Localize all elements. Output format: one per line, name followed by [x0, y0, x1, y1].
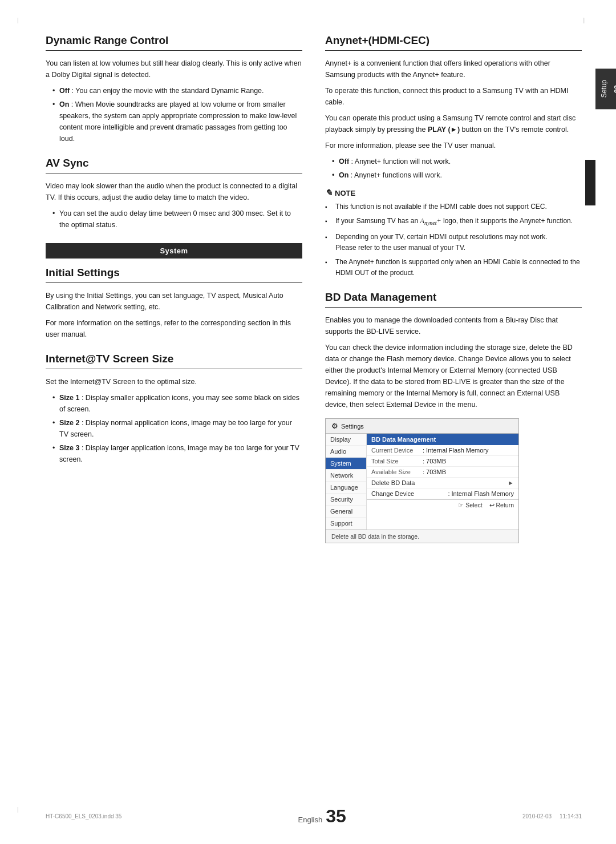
- row-value-current: : Internal Flash Memory: [423, 447, 489, 454]
- av-sync-intro: Video may look slower than the audio whe…: [46, 180, 302, 203]
- anynet-section: Anynet+(HDMI-CEC) Anynet+ is a convenien…: [325, 34, 582, 278]
- internet-screen-section: Internet@TV Screen Size Set the Internet…: [46, 353, 302, 465]
- footer-date-time: 2010-02-03 11:14:31: [522, 813, 582, 819]
- screenshot-header: ⚙ Settings: [326, 419, 518, 434]
- internet-screen-size2: Size 2 : Display normal application icon…: [52, 417, 302, 440]
- internet-screen-title: Internet@TV Screen Size: [46, 353, 302, 369]
- dynamic-range-title: Dynamic Range Control: [46, 34, 302, 51]
- bd-data-section: BD Data Management Enables you to manage…: [325, 291, 582, 543]
- change-value: : Internal Flash Memory: [448, 490, 514, 497]
- av-sync-bullet-1: You can set the audio delay time between…: [52, 208, 302, 231]
- row-label-available: Available Size: [371, 469, 423, 475]
- anynet-note-box: ✎ NOTE This function is not available if…: [325, 188, 582, 278]
- internet-screen-size3: Size 3 : Display larger application icon…: [52, 442, 302, 465]
- screenshot-header-label: Settings: [341, 423, 364, 430]
- sidebar-language: Language: [326, 482, 366, 494]
- row-value-available: : 703MB: [423, 469, 446, 475]
- screenshot-row-total: Total Size : 703MB: [367, 456, 518, 467]
- dynamic-range-section: Dynamic Range Control You can listen at …: [46, 34, 302, 144]
- initial-settings-section: Initial Settings By using the Initial Se…: [46, 266, 302, 340]
- system-banner: System: [46, 243, 302, 259]
- initial-settings-text1: By using the Initial Settings, you can s…: [46, 290, 302, 313]
- sidebar-support: Support: [326, 518, 366, 530]
- av-sync-title: AV Sync: [46, 157, 302, 173]
- footer-english-page: English 35: [298, 806, 346, 827]
- note-item-1: This function is not available if the HD…: [325, 201, 582, 212]
- bd-data-title: BD Data Management: [325, 291, 582, 308]
- change-label: Change Device: [371, 490, 414, 497]
- page-footer: HT-C6500_ELS_0203.indd 35 English 35 201…: [46, 806, 582, 827]
- row-value-total: : 703MB: [423, 458, 446, 465]
- anynet-text4: For more information, please see the TV …: [325, 140, 582, 151]
- note-label: NOTE: [335, 189, 355, 197]
- anynet-text3: You can operate this product using a Sam…: [325, 112, 582, 135]
- anynet-off: Off : Anynet+ function will not work.: [332, 156, 582, 167]
- footer-date: 2010-02-03: [522, 813, 552, 819]
- bd-data-text2: You can check the device information inc…: [325, 342, 582, 410]
- anynet-text1: Anynet+ is a convenient function that of…: [325, 58, 582, 80]
- screenshot-section-title: BD Data Management: [367, 434, 518, 445]
- screenshot-sidebar: Display Audio System Network Language Se…: [326, 434, 367, 530]
- left-column: Dynamic Range Control You can listen at …: [46, 34, 302, 810]
- gear-icon: ⚙: [331, 422, 338, 430]
- sidebar-audio: Audio: [326, 446, 366, 458]
- screenshot-body: Display Audio System Network Language Se…: [326, 434, 518, 530]
- row-label-current: Current Device: [371, 447, 423, 454]
- note-item-2: If your Samsung TV has an Anynet+ logo, …: [325, 216, 582, 228]
- note-item-4: The Anynet+ function is supported only w…: [325, 257, 582, 278]
- dynamic-range-bullets: Off : You can enjoy the movie with the s…: [46, 85, 302, 144]
- av-sync-section: AV Sync Video may look slower than the a…: [46, 157, 302, 231]
- initial-settings-title: Initial Settings: [46, 266, 302, 283]
- internet-screen-intro: Set the Internet@TV Screen to the optima…: [46, 376, 302, 387]
- anynet-title: Anynet+(HDMI-CEC): [325, 34, 582, 51]
- screenshot-delete-row: Delete BD Data ►: [367, 478, 518, 488]
- footer-language: English: [298, 815, 323, 824]
- bd-data-screenshot: ⚙ Settings Display Audio System Network …: [325, 418, 519, 543]
- screenshot-row-current: Current Device : Internal Flash Memory: [367, 445, 518, 456]
- row-label-total: Total Size: [371, 458, 423, 465]
- screenshot-main-panel: BD Data Management Current Device : Inte…: [367, 434, 518, 530]
- delete-arrow: ►: [508, 479, 514, 486]
- anynet-text2: To operate this function, connect this p…: [325, 85, 582, 108]
- initial-settings-text2: For more information on the settings, re…: [46, 317, 302, 340]
- sidebar-system: System: [326, 458, 366, 470]
- av-sync-bullets: You can set the audio delay time between…: [46, 208, 302, 231]
- right-column: Anynet+(HDMI-CEC) Anynet+ is a convenien…: [325, 34, 582, 810]
- footer-file: HT-C6500_ELS_0203.indd 35: [46, 813, 121, 819]
- screenshot-change-row: Change Device : Internal Flash Memory: [367, 488, 518, 499]
- footer-time: 11:14:31: [560, 813, 582, 819]
- dynamic-range-intro: You can listen at low volumes but still …: [46, 58, 302, 80]
- sidebar-display: Display: [326, 434, 366, 446]
- screenshot-bottom-note: Delete all BD data in the storage.: [326, 530, 518, 543]
- bd-data-text1: Enables you to manage the downloaded con…: [325, 314, 582, 337]
- screenshot-footer: ☞ Select ↩ Return: [367, 499, 518, 510]
- internet-screen-size1: Size 1 : Display smaller application ico…: [52, 392, 302, 415]
- note-title: ✎ NOTE: [325, 188, 582, 198]
- note-list: This function is not available if the HD…: [325, 201, 582, 278]
- screenshot-row-available: Available Size : 703MB: [367, 467, 518, 478]
- footer-return: ↩ Return: [489, 502, 514, 508]
- internet-screen-bullets: Size 1 : Display smaller application ico…: [46, 392, 302, 465]
- anynet-on: On : Anynet+ functions will work.: [332, 169, 582, 181]
- sidebar-security: Security: [326, 494, 366, 506]
- dynamic-range-off: Off : You can enjoy the movie with the s…: [52, 85, 302, 96]
- anynet-bullets: Off : Anynet+ function will not work. On…: [325, 156, 582, 181]
- footer-page-number: 35: [326, 806, 346, 827]
- note-item-3: Depending on your TV, certain HDMI outpu…: [325, 232, 582, 253]
- dynamic-range-on: On : When Movie soundtracks are played a…: [52, 99, 302, 144]
- footer-select: ☞ Select: [458, 502, 482, 508]
- note-icon: ✎: [325, 188, 333, 198]
- anynet-logo: Anynet+: [420, 217, 441, 225]
- sidebar-network: Network: [326, 470, 366, 482]
- delete-label: Delete BD Data: [371, 479, 415, 486]
- sidebar-general: General: [326, 506, 366, 518]
